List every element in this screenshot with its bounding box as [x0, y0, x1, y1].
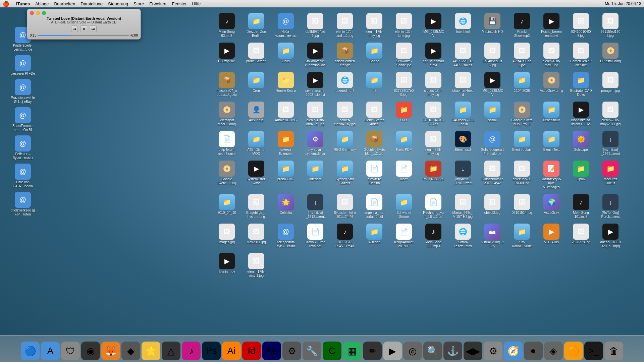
menu-fenster[interactable]: Fenster: [169, 0, 189, 7]
desktop-icon-28[interactable]: 📦macorsa07_n odata...kg.zip: [214, 71, 239, 98]
dock-item-aftereffects[interactable]: Ae: [262, 342, 281, 360]
desktop-icon-2[interactable]: @Изба- читан...мечты: [273, 12, 299, 39]
close-button[interactable]: [30, 11, 34, 15]
dock-item-something[interactable]: 🛡: [61, 342, 80, 360]
desktop-icon-19[interactable]: 📁Sonne: [362, 42, 387, 68]
dock-item-firefox[interactable]: 🦊: [101, 342, 120, 360]
desktop-icon-67[interactable]: 📁Elenin Text: [539, 130, 564, 157]
desktop-icon-64[interactable]: 🎨Elenin.psd: [450, 130, 476, 157]
desktop-icon-30[interactable]: 📁Новые Книги: [273, 71, 299, 98]
dock-item-something11[interactable]: ◀▶: [464, 342, 482, 360]
sidebar-icon-1[interactable]: @giesserei Pl +De: [10, 55, 36, 76]
desktop-icon-17[interactable]: ▶Stolknovenie_ c_bezdnoj.avi: [303, 42, 328, 68]
desktop-icon-31[interactable]: ▶sekretarscha. 2002-...ip.avi: [303, 71, 328, 98]
desktop-icon-8[interactable]: 🌐Intel.html: [450, 12, 476, 39]
desktop-icon-45[interactable]: 🖼elenin-17th- and-...ay.jpg: [303, 101, 328, 127]
desktop-icon-34[interactable]: 🖼827238f17e0 0.jpg: [391, 71, 417, 98]
desktop-icon-111[interactable]: ▶ahead_20110 320_h...mpg: [598, 223, 623, 249]
desktop-icon-1[interactable]: 📁Drezden Zoo Berlin: [244, 12, 269, 39]
desktop-icon-46[interactable]: 🖼comet- elenin-...ay.jpg: [332, 101, 358, 127]
desktop-icon-39[interactable]: 📀AstroGrav.dm g: [539, 71, 564, 98]
desktop-icon-12[interactable]: 🖼934100104f0 8.jpg: [568, 12, 594, 39]
desktop-icon-77[interactable]: 📁Phi 1,6180339: [421, 160, 446, 190]
menu-itunes[interactable]: iTunes: [13, 0, 33, 7]
desktop-icon-99[interactable]: 🖼May2011.jpg: [244, 223, 269, 249]
desktop-icon-56[interactable]: 📄ostp-letter- neos-house: [214, 130, 239, 157]
desktop-icon-59[interactable]: ⚙my-solar- system.de.jar: [303, 130, 328, 157]
sidebar-icon-6[interactable]: @(Holzwerkzeu g) For...aufen: [10, 192, 36, 217]
desktop-icon-29[interactable]: 📁Сгон: [244, 71, 269, 98]
desktop-icon-49[interactable]: 🖼СОНОЛАСKОС 3.gif: [421, 101, 446, 127]
desktop-icon-47[interactable]: 🖼Elenin Stereo Ahled: [362, 101, 387, 127]
desktop-icon-50[interactable]: 📁CADtools 7.0.2 ...co.in: [450, 101, 476, 127]
desktop-icon-80[interactable]: 🖼anleitung-80 0x600.jpg: [509, 160, 535, 190]
desktop-icon-43[interactable]: 👤Alex Krug: [244, 101, 269, 127]
desktop-icon-66[interactable]: 📁Elenin dokus: [509, 130, 535, 157]
desktop-icon-112[interactable]: ▶Elenin.mov: [214, 252, 239, 279]
dock-item-something2[interactable]: ◉: [81, 342, 100, 360]
dock-item-something7[interactable]: ✏: [363, 342, 382, 360]
desktop-icon-68[interactable]: 🌞Solscape: [568, 130, 594, 157]
desktop-icon-72[interactable]: 📁proba CNC: [273, 160, 299, 190]
menu-bearbeiten[interactable]: Bearbeiten: [51, 0, 78, 7]
desktop-icon-110[interactable]: 🖼2820378.jpg: [568, 223, 594, 249]
dock-item-photos[interactable]: 🌟: [142, 342, 160, 360]
desktop-icon-79[interactable]: 🖼Bildschirmfot o 201...24:42: [480, 160, 505, 190]
desktop-icon-63[interactable]: 🖼elenin-26th- may.jpg: [421, 130, 446, 157]
desktop-icon-53[interactable]: 📁Lebenslauf: [539, 101, 564, 127]
desktop-icon-24[interactable]: 🖼429f47f95da 2.jpg: [509, 42, 535, 68]
desktop-icon-15[interactable]: 🖼probe Screen: [244, 42, 269, 68]
desktop-icon-81[interactable]: 📝комплектую- щие ЧПУ.pages: [539, 160, 564, 190]
sidebar-icon-3[interactable]: @BeastForum.c om -...On Bf: [10, 107, 36, 132]
desktop-icon-18[interactable]: 📦scisoft.curren t.tar.gz: [332, 42, 358, 68]
desktop-icon-11[interactable]: ▶Pochti_berem enna.avi: [539, 12, 564, 39]
desktop-icon-3[interactable]: 🖼db8bf9804ad 6.jpg: [303, 12, 328, 39]
dock-item-something3[interactable]: ◆: [121, 342, 140, 360]
desktop-icon-5[interactable]: 🖼elenin-17th- may.jpg: [362, 12, 387, 39]
desktop-icon-96[interactable]: ♪Mein Song 101.mp3: [568, 193, 594, 220]
desktop-icon-27[interactable]: 📀EPInstall.dmg: [598, 42, 623, 68]
desktop-icon-107[interactable]: 🏘Virtual Villag...t City: [480, 223, 505, 249]
desktop-icon-22[interactable]: 🖼44971228_12 4465...ral.gif: [450, 42, 476, 68]
dock-item-quicktime[interactable]: ▶: [383, 342, 402, 360]
desktop-icon-102[interactable]: ♪20110513 094513.m4a: [332, 223, 358, 249]
dock-item-app-store[interactable]: A: [41, 342, 60, 360]
dock-item-something4[interactable]: △: [162, 342, 180, 360]
desktop-icon-113[interactable]: 🖼elenin-17th- may-1.jpg: [244, 252, 269, 279]
desktop-icon-105[interactable]: ♪Mein Song 103.mp3: [421, 223, 446, 249]
desktop-icon-89[interactable]: 📄angelina_mal vorla...0.pdf: [362, 193, 387, 220]
desktop-icon-95[interactable]: 🌍AstroGrav: [539, 193, 564, 220]
desktop-icon-106[interactable]: 🌐Safari- Lesez...html: [450, 223, 476, 249]
zoom-button[interactable]: [42, 11, 46, 15]
desktop-icon-104[interactable]: 📄KnigaArbalet ov.PDF: [391, 223, 417, 249]
dock-item-photoshop[interactable]: Ps: [202, 342, 221, 360]
dock-item-indesign[interactable]: Id: [242, 342, 261, 360]
dock-item-systemprefs[interactable]: ⚙: [484, 342, 502, 360]
menu-steuerung[interactable]: Steuerung: [105, 0, 131, 7]
dock-item-something10[interactable]: ⚓: [443, 342, 462, 360]
desktop-icon-103[interactable]: 📁Win soft: [362, 223, 387, 249]
desktop-icon-33[interactable]: 📁dft: [362, 71, 387, 98]
desktop-icon-74[interactable]: 📁Sydney Star Gazers: [332, 160, 358, 190]
desktop-icon-97[interactable]: ↓[RuTor.Org] Porok...rrent: [598, 193, 623, 220]
desktop-icon-6[interactable]: 🖼elenin-13th- june.jpg: [391, 12, 417, 39]
desktop-icon-84[interactable]: 📁2010_04_10: [214, 193, 239, 220]
prev-button[interactable]: ⏮: [71, 25, 78, 32]
desktop-icon-70[interactable]: 📀Google Sketc...][UB]: [214, 160, 239, 190]
desktop-icon-26[interactable]: 🖼CometEleninP oleShift: [568, 42, 594, 68]
desktop-icon-85[interactable]: 🖼Erzgebirge_p hys-...e.png: [244, 193, 269, 220]
menu-darstellung[interactable]: Darstellung: [78, 0, 105, 7]
desktop-icon-57[interactable]: 📁ATB- Dist...-MOD: [244, 130, 269, 157]
desktop-icon-23[interactable]: 🖼5b8485ca81f 6.jpg: [480, 42, 505, 68]
dock-item-something13[interactable]: ◈: [544, 342, 563, 360]
dock-item-trash[interactable]: 🗑: [604, 342, 623, 360]
desktop-icon-98[interactable]: 🖼images.jpg: [214, 223, 239, 249]
dock-item-something5[interactable]: ⚙: [282, 342, 301, 360]
desktop-icon-91[interactable]: 📄Rechnung_vo m_16-...1.pdf: [421, 193, 446, 220]
desktop-icon-51[interactable]: 📁sozial: [480, 101, 505, 127]
desktop-icon-37[interactable]: ▶IMG_0238.MO V: [480, 71, 505, 98]
desktop-icon-92[interactable]: 🖼Marius_Hills_I V-157-H2.jpg: [450, 193, 476, 220]
menu-ablage[interactable]: Ablage: [33, 0, 51, 7]
desktop-icon-25[interactable]: 🖼elenin-18th- may1.jpg: [539, 42, 564, 68]
desktop-icon-21[interactable]: ▶tigri_v_pomad e.avi: [421, 42, 446, 68]
